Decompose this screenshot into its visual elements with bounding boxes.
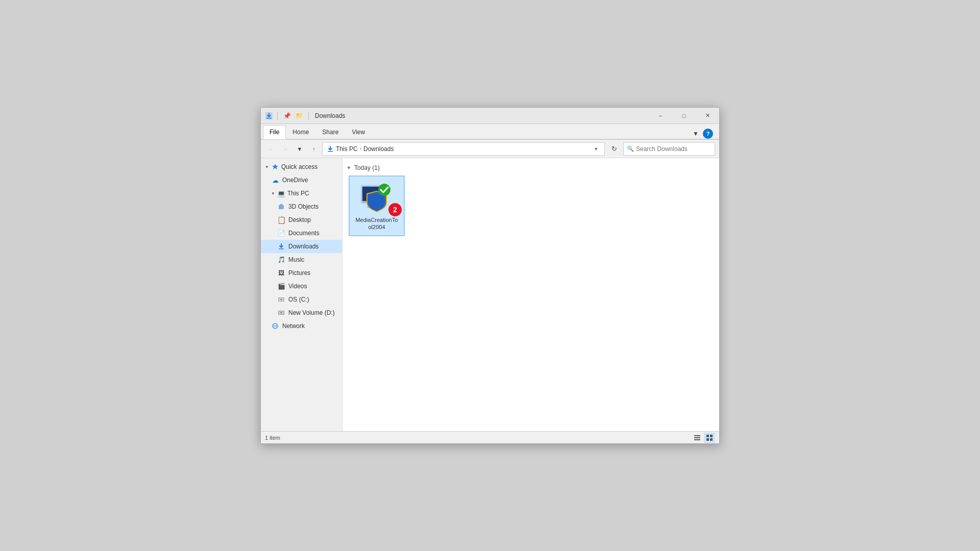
path-this-pc[interactable]: This PC xyxy=(336,145,358,153)
sidebar-item-downloads[interactable]: Downloads xyxy=(261,240,342,253)
sidebar-label-documents: Documents xyxy=(288,230,320,237)
address-dropdown-button[interactable]: ▼ xyxy=(592,142,600,156)
documents-icon: 📄 xyxy=(277,229,285,237)
sidebar-item-desktop[interactable]: 📋 Desktop xyxy=(261,213,342,227)
sidebar-item-this-pc[interactable]: ▼ 💻 This PC xyxy=(261,187,342,200)
search-icon: 🔍 xyxy=(627,145,634,152)
recent-locations-button[interactable]: ▼ xyxy=(293,143,306,155)
tab-share[interactable]: Share xyxy=(315,125,345,139)
svg-rect-24 xyxy=(694,439,700,440)
item-count: 1 item xyxy=(265,435,280,441)
title-window-icon xyxy=(265,112,273,120)
sidebar-item-os-c[interactable]: OS (C:) xyxy=(261,293,342,306)
sidebar: ▼ Quick access ☁ OneDrive ▼ 💻 This PC xyxy=(261,158,342,431)
onedrive-icon: ☁ xyxy=(271,176,279,184)
file-area[interactable]: ▼ Today (1) xyxy=(342,158,719,431)
svg-rect-26 xyxy=(710,435,713,437)
sidebar-item-new-volume-d[interactable]: New Volume (D:) xyxy=(261,306,342,319)
minimize-button[interactable]: − xyxy=(649,108,672,124)
sidebar-item-3dobjects[interactable]: 3D Objects xyxy=(261,200,342,213)
up-button[interactable]: ↑ xyxy=(308,143,320,155)
pin-icon[interactable]: 📌 xyxy=(282,111,292,121)
maximize-button[interactable]: □ xyxy=(672,108,696,124)
sidebar-item-onedrive[interactable]: ☁ OneDrive xyxy=(261,173,342,187)
sidebar-item-quick-access[interactable]: ▼ Quick access xyxy=(261,160,342,173)
desktop-icon: 📋 xyxy=(277,216,285,224)
pictures-icon: 🖼 xyxy=(277,269,285,277)
svg-marker-5 xyxy=(279,204,284,206)
sidebar-item-documents[interactable]: 📄 Documents xyxy=(261,227,342,240)
quick-access-chevron: ▼ xyxy=(265,165,269,169)
svg-rect-6 xyxy=(279,248,284,249)
path-separator: › xyxy=(360,146,361,152)
files-grid: MediaCreationTool2004 2 xyxy=(347,176,715,236)
sidebar-label-quick-access: Quick access xyxy=(281,163,317,170)
address-field[interactable]: This PC › Downloads ▼ xyxy=(322,142,605,156)
address-bar: ← → ▼ ↑ This PC › Downloads ▼ ↻ 🔍 xyxy=(261,140,719,158)
details-view-icon xyxy=(706,434,713,441)
sidebar-label-desktop: Desktop xyxy=(288,216,311,223)
svg-rect-4 xyxy=(279,206,284,209)
path-downloads[interactable]: Downloads xyxy=(363,145,394,153)
sidebar-label-music: Music xyxy=(288,256,304,263)
svg-rect-25 xyxy=(706,435,709,437)
help-button[interactable]: ? xyxy=(703,129,713,139)
explorer-window: 📌 📁 Downloads − □ ✕ File Home Share View… xyxy=(260,107,720,444)
collapse-ribbon-icon[interactable]: ▼ xyxy=(691,129,701,139)
svg-rect-28 xyxy=(710,438,713,441)
group-chevron: ▼ xyxy=(347,165,351,170)
refresh-button[interactable]: ↻ xyxy=(607,142,621,156)
drive-c-icon xyxy=(277,295,285,304)
sidebar-label-pictures: Pictures xyxy=(288,269,310,277)
list-view-button[interactable] xyxy=(692,433,703,443)
svg-rect-1 xyxy=(266,118,272,119)
3dobjects-icon xyxy=(277,203,285,211)
group-header-today[interactable]: ▼ Today (1) xyxy=(347,162,715,176)
file-item-mediacreationtool[interactable]: MediaCreationTool2004 2 xyxy=(349,176,405,236)
back-button[interactable]: ← xyxy=(265,143,277,155)
sidebar-item-network[interactable]: Network xyxy=(261,319,342,333)
sidebar-label-videos: Videos xyxy=(288,283,307,290)
music-icon: 🎵 xyxy=(277,256,285,264)
network-icon xyxy=(271,322,279,330)
search-input[interactable] xyxy=(636,145,712,153)
sidebar-item-pictures[interactable]: 🖼 Pictures xyxy=(261,266,342,280)
tab-file[interactable]: File xyxy=(263,125,286,139)
address-icon xyxy=(327,145,334,153)
sidebar-item-music[interactable]: 🎵 Music xyxy=(261,253,342,266)
sidebar-label-3dobjects: 3D Objects xyxy=(288,203,318,210)
close-button[interactable]: ✕ xyxy=(696,108,719,124)
tab-home[interactable]: Home xyxy=(286,125,315,139)
videos-icon: 🎬 xyxy=(277,282,285,290)
svg-point-9 xyxy=(281,299,282,300)
address-path: This PC › Downloads xyxy=(327,145,394,153)
main-content: ▼ Quick access ☁ OneDrive ▼ 💻 This PC xyxy=(261,158,719,431)
tab-view[interactable]: View xyxy=(345,125,372,139)
forward-button[interactable]: → xyxy=(279,143,291,155)
sidebar-label-onedrive: OneDrive xyxy=(282,177,308,184)
svg-rect-22 xyxy=(694,435,700,436)
sidebar-label-new-volume-d: New Volume (D:) xyxy=(288,309,335,316)
file-label: MediaCreationTool2004 xyxy=(355,216,398,231)
status-right xyxy=(692,433,715,443)
sidebar-item-videos[interactable]: 🎬 Videos xyxy=(261,280,342,293)
list-view-icon xyxy=(694,434,701,441)
status-bar: 1 item xyxy=(261,431,719,443)
this-pc-chevron: ▼ xyxy=(271,191,275,196)
quick-access-icon xyxy=(271,163,279,171)
sidebar-label-downloads: Downloads xyxy=(288,243,318,250)
svg-marker-3 xyxy=(272,164,278,169)
sidebar-label-this-pc: This PC xyxy=(287,190,309,197)
title-divider-2 xyxy=(308,112,309,120)
ribbon: File Home Share View ▼ ? xyxy=(261,124,719,140)
this-pc-icon: 💻 xyxy=(277,189,285,197)
title-divider xyxy=(277,112,278,120)
ribbon-right: ▼ ? xyxy=(691,129,717,139)
svg-rect-27 xyxy=(706,438,709,441)
group-label: Today (1) xyxy=(354,164,380,171)
folder-title-icon[interactable]: 📁 xyxy=(294,111,304,121)
details-view-button[interactable] xyxy=(704,433,715,443)
search-box[interactable]: 🔍 xyxy=(623,142,715,156)
address-field-right: ▼ xyxy=(592,142,600,156)
window-title: Downloads xyxy=(315,112,345,119)
